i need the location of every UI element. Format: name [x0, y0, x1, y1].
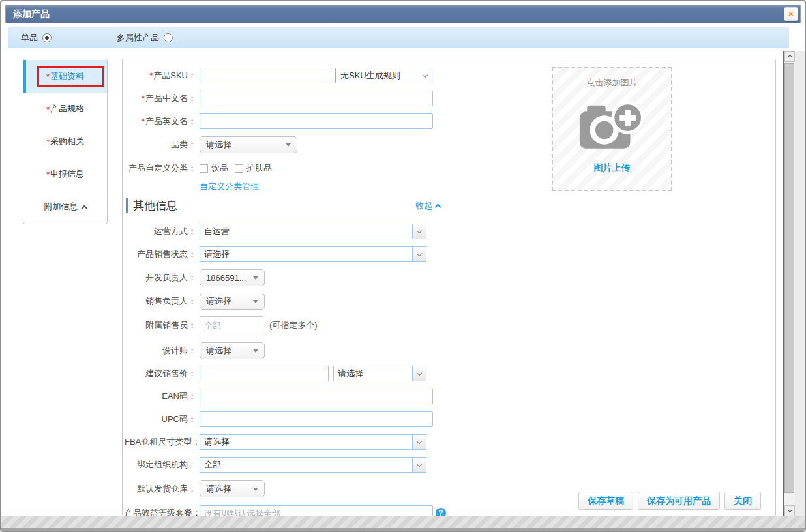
checkbox-label: 饮品 — [211, 162, 228, 174]
collapse-section-link[interactable]: 收起 — [415, 200, 440, 212]
row-category: 品类： 请选择 — [125, 136, 297, 153]
sidebar-item-declaration[interactable]: * 申报信息 — [23, 158, 107, 190]
save-available-button[interactable]: 保存为可用产品 — [638, 492, 720, 510]
sidebar-item-additional[interactable]: 附加信息 — [23, 190, 107, 223]
scroll-up-button[interactable] — [784, 51, 795, 62]
category-select[interactable]: 请选择 — [200, 136, 297, 153]
sales-lead-select[interactable]: 请选择 — [200, 293, 265, 310]
sku-rule-select[interactable]: 无SKU生成规则 — [335, 68, 432, 83]
field-label: 产品自定义分类： — [125, 162, 196, 174]
category-checkbox-skincare[interactable] — [235, 164, 243, 173]
single-product-label: 单品 — [21, 32, 38, 44]
sku-rule-value: 无SKU生成规则 — [340, 70, 400, 81]
operation-mode-select[interactable]: 自运营 — [200, 224, 426, 239]
row-ean: EAN码： — [125, 389, 433, 404]
single-product-radio[interactable] — [42, 33, 52, 42]
field-label: 销售负责人： — [125, 295, 196, 307]
row-custom-category: 产品自定义分类： 饮品 护肤品 — [125, 162, 278, 174]
vertical-scrollbar[interactable] — [783, 51, 795, 516]
field-label: 默认发货仓库： — [125, 483, 196, 495]
image-upload-dropzone[interactable]: 点击添加图片 图片上传 — [552, 67, 672, 191]
org-value: 全部 — [200, 458, 412, 472]
row-en-name: *产品英文名： — [125, 113, 433, 129]
fba-size-select[interactable]: 请选择 — [200, 434, 426, 450]
warehouse-select[interactable]: 请选择 — [200, 480, 265, 497]
designer-value: 请选择 — [206, 345, 231, 357]
row-upc: UPC码： — [125, 411, 433, 427]
sale-status-select[interactable]: 请选择 — [200, 246, 426, 262]
close-button[interactable]: ✕ — [784, 7, 798, 21]
required-star: * — [46, 137, 50, 147]
chevron-down-icon — [412, 435, 426, 449]
field-label: 附属销售员： — [125, 319, 196, 331]
close-dialog-button[interactable]: 关闭 — [724, 492, 761, 510]
dialog-titlebar: 添加产品 — [5, 5, 801, 23]
field-label: *产品中文名： — [125, 93, 196, 104]
sub-salesman-note: (可指定多个) — [269, 319, 318, 331]
sidebar-item-label: 产品规格 — [50, 103, 84, 115]
sidebar-item-product-spec[interactable]: * 产品规格 — [23, 93, 107, 125]
field-label: FBA仓租尺寸类型： — [125, 436, 196, 448]
sidebar-item-purchase[interactable]: * 采购相关 — [23, 125, 107, 158]
developer-select[interactable]: 1866591... — [200, 269, 265, 286]
category-checkbox-drink[interactable] — [200, 164, 208, 173]
chevron-up-icon — [787, 55, 792, 59]
field-label: 产品销售状态： — [125, 248, 196, 260]
multi-product-radio[interactable] — [164, 33, 173, 42]
required-star: * — [142, 116, 145, 126]
product-type-bar: 单品 多属性产品 — [8, 27, 789, 48]
row-suggest-price: 建议销售价： 请选择 — [125, 366, 426, 381]
upc-input[interactable] — [200, 411, 433, 427]
designer-select[interactable]: 请选择 — [200, 342, 265, 359]
scroll-down-button[interactable] — [784, 505, 795, 516]
row-operation-mode: 运营方式： 自运营 — [125, 224, 426, 239]
row-manage-link: 自定义分类管理 — [200, 181, 259, 192]
field-label: 设计师： — [125, 345, 196, 357]
required-star: * — [149, 70, 153, 80]
chevron-up-icon — [435, 204, 441, 211]
warehouse-value: 请选择 — [206, 483, 231, 495]
en-name-input[interactable] — [200, 113, 433, 129]
cn-name-input[interactable] — [200, 91, 433, 106]
type-option-multi[interactable]: 多属性产品 — [117, 32, 173, 44]
footer-actions: 保存草稿 保存为可用产品 关闭 — [578, 492, 761, 510]
field-label: EAN码： — [125, 391, 196, 402]
chevron-down-icon — [412, 458, 426, 472]
field-label: 运营方式： — [125, 226, 196, 237]
field-label: *产品英文名： — [125, 115, 196, 127]
field-label: 开发负责人： — [125, 272, 196, 284]
chevron-down-icon — [412, 224, 426, 239]
operation-mode-value: 自运营 — [200, 224, 412, 239]
caret-down-icon — [253, 276, 258, 280]
price-currency-select[interactable]: 请选择 — [333, 366, 426, 381]
row-sales-lead: 销售负责人： 请选择 — [125, 293, 265, 310]
sidebar-item-basic-info[interactable]: * 基础资料 — [23, 60, 107, 93]
row-sku: *产品SKU： 无SKU生成规则 — [125, 68, 432, 83]
save-draft-button[interactable]: 保存草稿 — [578, 492, 633, 510]
upload-image-link[interactable]: 图片上传 — [553, 162, 671, 174]
multi-product-label: 多属性产品 — [117, 32, 159, 44]
type-option-single[interactable]: 单品 — [21, 32, 52, 44]
field-label: *产品SKU： — [125, 70, 196, 81]
row-warehouse: 默认发货仓库： 请选择 — [125, 480, 265, 497]
chevron-up-icon — [81, 205, 87, 211]
caret-down-icon — [253, 300, 258, 303]
sidebar-item-label: 申报信息 — [50, 168, 84, 180]
close-icon: ✕ — [788, 9, 795, 19]
sales-lead-value: 请选择 — [206, 295, 231, 307]
scrollbar-thumb[interactable] — [784, 63, 794, 493]
required-star: * — [142, 93, 145, 103]
benefit-level-input[interactable] — [200, 505, 433, 516]
org-select[interactable]: 全部 — [200, 457, 426, 473]
ean-input[interactable] — [200, 389, 433, 404]
sub-salesman-input[interactable] — [200, 316, 263, 334]
sidebar-item-label: 附加信息 — [44, 201, 78, 213]
row-sub-salesman: 附属销售员： (可指定多个) — [125, 316, 318, 334]
sku-input[interactable] — [200, 68, 331, 83]
other-info-section-header: 其他信息 收起 — [126, 198, 440, 213]
row-developer: 开发负责人： 1866591... — [125, 269, 265, 286]
dialog-title: 添加产品 — [13, 8, 50, 19]
manage-custom-category-link[interactable]: 自定义分类管理 — [200, 181, 259, 192]
suggest-price-input[interactable] — [200, 366, 329, 381]
caret-down-icon — [253, 488, 258, 491]
